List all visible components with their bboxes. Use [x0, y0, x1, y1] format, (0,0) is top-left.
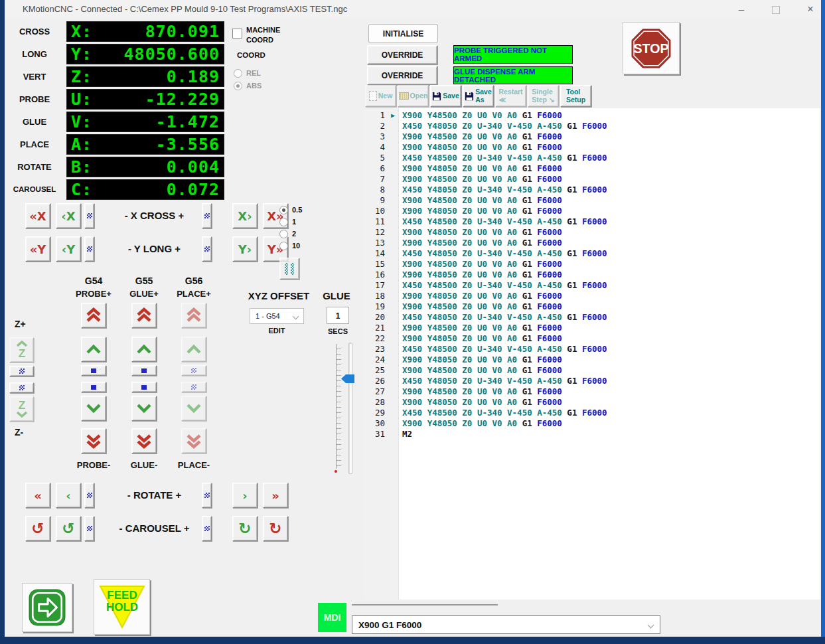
toolbar-open-button[interactable]: Open	[398, 85, 429, 107]
toolbar-restart-button[interactable]: Restart ≪	[495, 85, 526, 107]
gcode-line[interactable]: 9X900 Y48500 Z0 U0 V0 A0 G1 F6000	[364, 195, 820, 206]
gcode-line[interactable]: 29X450 Y48500 Z0 U-340 V-450 A-450 G1 F6…	[364, 408, 820, 418]
gcode-line[interactable]: 15X900 Y48500 Z0 U0 V0 A0 G1 F6000	[364, 259, 820, 270]
gcode-line[interactable]: 27X900 Y48500 Z0 U0 V0 A0 G1 F6000	[364, 386, 820, 397]
initialise-button[interactable]: INITIALISE	[368, 24, 438, 43]
maximize-button[interactable]	[761, 0, 790, 19]
gcode-line[interactable]: 17X450 Y48500 Z0 U-340 V-450 A-450 G1 F6…	[364, 280, 820, 291]
gcode-line[interactable]: 14X450 Y48050 Z0 U-340 V-450 A-450 G1 F6…	[364, 248, 820, 259]
gcode-line[interactable]: 20X450 Y48050 Z0 U-340 V-450 A-450 G1 F6…	[364, 312, 820, 323]
slider-track[interactable]	[348, 343, 352, 474]
jog-step-radio-2[interactable]: 2	[279, 228, 319, 240]
jog-rotate-minus-fast-button[interactable]: «	[25, 483, 50, 508]
gcode-line[interactable]: 11X450 Y48500 Z0 U-340 V-450 A-450 G1 F6…	[364, 216, 820, 227]
override-glue-button[interactable]: OVERRIDE	[367, 66, 437, 85]
override-probe-button[interactable]: OVERRIDE	[367, 45, 437, 64]
mdi-command-combo[interactable]: X900 G1 F6000	[352, 615, 660, 634]
gcode-line[interactable]: 18X900 Y48050 Z0 U0 V0 A0 G1 F6000	[364, 291, 820, 301]
toolbar-save-button[interactable]: Save As	[463, 85, 494, 107]
coord-rel-radio[interactable]: REL	[234, 67, 261, 79]
jog-z-down-button[interactable]: Z	[9, 396, 34, 422]
toolbar-new-button[interactable]: New	[365, 85, 396, 107]
jog-place-down-button[interactable]	[181, 396, 206, 421]
feed-hold-button[interactable]: FEED HOLD	[94, 579, 150, 635]
pause-button[interactable]	[279, 258, 299, 280]
minimize-button[interactable]: –	[727, 0, 756, 19]
jog-probe-up-fast-button[interactable]	[81, 303, 106, 328]
gcode-line[interactable]: 1▶X900 Y48500 Z0 U0 V0 A0 G1 F6000	[364, 110, 820, 121]
gcode-line[interactable]: 13X900 Y48500 Z0 U0 V0 A0 G1 F6000	[364, 238, 820, 248]
jog-glue-step-down-button[interactable]	[131, 382, 157, 392]
jog-carousel-minus-button[interactable]: ↺	[56, 516, 81, 541]
gcode-line[interactable]: 8X450 Y48050 Z0 U-340 V-450 A-450 G1 F60…	[364, 185, 820, 195]
gcode-line[interactable]: 7X900 Y48500 Z0 U0 V0 A0 G1 F6000	[364, 174, 820, 185]
jog-y-minus-button[interactable]: ‹Y	[56, 236, 81, 262]
jog-place-step-up-button[interactable]	[181, 365, 206, 376]
jog-carousel-minus-step-button[interactable]	[84, 516, 94, 541]
jog-rotate-plus-button[interactable]: ›	[232, 483, 258, 508]
gcode-line[interactable]: 19X900 Y48500 Z0 U0 V0 A0 G1 F6000	[364, 301, 820, 312]
close-button[interactable]: ×	[796, 0, 825, 19]
jog-glue-down-fast-button[interactable]	[131, 428, 157, 453]
gcode-line[interactable]: 23X450 Y48500 Z0 U-340 V-450 A-450 G1 F6…	[364, 344, 820, 355]
jog-glue-up-fast-button[interactable]	[131, 303, 157, 328]
jog-place-step-down-button[interactable]	[181, 382, 206, 392]
jog-z-step-up-button[interactable]	[9, 366, 34, 376]
gcode-line[interactable]: 4X900 Y48050 Z0 U0 V0 A0 G1 F6000	[364, 142, 820, 153]
cycle-start-button[interactable]	[22, 583, 72, 632]
jog-y-minus-step-button[interactable]	[84, 236, 94, 262]
jog-rotate-minus-button[interactable]: ‹	[56, 483, 81, 508]
jog-x-minus-step-button[interactable]	[84, 203, 94, 228]
jog-x-minus-fast-button[interactable]: «X	[25, 203, 50, 228]
gcode-line[interactable]: 3X900 Y48500 Z0 U0 V0 A0 G1 F6000	[364, 131, 820, 142]
machine-coord-checkbox[interactable]	[232, 29, 242, 39]
gcode-line[interactable]: 5X450 Y48500 Z0 U-340 V-450 A-450 G1 F60…	[364, 153, 820, 163]
jog-step-radio-10[interactable]: 10	[279, 240, 319, 252]
jog-probe-step-up-button[interactable]	[81, 365, 106, 376]
jog-y-plus-button[interactable]: Y›	[232, 236, 258, 262]
gcode-line[interactable]: 21X900 Y48500 Z0 U0 V0 A0 G1 F6000	[364, 323, 820, 333]
gcode-line[interactable]: 2X450 Y48050 Z0 U-340 V-450 A-450 G1 F60…	[364, 121, 820, 131]
jog-probe-step-down-button[interactable]	[81, 382, 106, 392]
jog-rotate-minus-step-button[interactable]	[84, 483, 94, 508]
coord-abs-radio[interactable]: ABS	[234, 80, 262, 92]
jog-probe-down-fast-button[interactable]	[81, 428, 106, 453]
gcode-line[interactable]: 26X450 Y48050 Z0 U-340 V-450 A-450 G1 F6…	[364, 376, 820, 386]
gcode-line[interactable]: 28X900 Y48050 Z0 U0 V0 A0 G1 F6000	[364, 397, 820, 408]
jog-y-minus-fast-button[interactable]: «Y	[25, 236, 50, 262]
gcode-editor[interactable]: 1▶X900 Y48500 Z0 U0 V0 A0 G1 F60002X450 …	[364, 108, 820, 600]
gcode-line[interactable]: 12X900 Y48050 Z0 U0 V0 A0 G1 F6000	[364, 227, 820, 238]
glue-slider[interactable]	[332, 340, 360, 477]
slider-thumb[interactable]	[341, 374, 354, 383]
gcode-line[interactable]: 25X900 Y48500 Z0 U0 V0 A0 G1 F6000	[364, 365, 820, 376]
glue-seconds-input[interactable]: 1	[327, 307, 349, 324]
jog-place-up-button[interactable]	[181, 337, 206, 362]
jog-step-radio-0_5[interactable]: 0.5	[279, 204, 319, 216]
jog-glue-step-up-button[interactable]	[131, 365, 157, 376]
jog-x-plus-button[interactable]: X›	[232, 203, 258, 228]
jog-probe-up-button[interactable]	[81, 337, 106, 362]
gcode-line[interactable]: 16X900 Y48050 Z0 U0 V0 A0 G1 F6000	[364, 270, 820, 280]
jog-carousel-plus-button[interactable]: ↻	[232, 516, 258, 541]
jog-glue-down-button[interactable]	[131, 396, 157, 421]
gcode-line[interactable]: 22X900 Y48050 Z0 U0 V0 A0 G1 F6000	[364, 333, 820, 344]
gcode-line[interactable]: 10X900 Y48050 Z0 U0 V0 A0 G1 F6000	[364, 206, 820, 216]
stop-button[interactable]: STOP	[623, 22, 680, 74]
jog-glue-up-button[interactable]	[131, 337, 157, 362]
jog-z-up-button[interactable]: Z	[9, 337, 34, 362]
jog-probe-down-button[interactable]	[81, 396, 106, 421]
jog-rotate-plus-fast-button[interactable]: »	[263, 483, 288, 508]
offset-select[interactable]: 1 - G54	[250, 308, 304, 324]
jog-place-up-fast-button[interactable]	[181, 303, 206, 328]
gcode-line[interactable]: 30X900 Y48050 Z0 U0 V0 A0 G1 F6000	[364, 418, 820, 429]
gcode-line[interactable]: 31M2	[364, 429, 820, 440]
jog-carousel-minus-fast-button[interactable]: ↺	[25, 516, 50, 541]
jog-carousel-plus-fast-button[interactable]: ↻	[263, 516, 288, 541]
gcode-line[interactable]: 24X900 Y48050 Z0 U0 V0 A0 G1 F6000	[364, 355, 820, 365]
jog-z-step-down-button[interactable]	[9, 382, 34, 393]
jog-step-radio-1[interactable]: 1	[279, 216, 319, 228]
gcode-line[interactable]: 6X900 Y48050 Z0 U0 V0 A0 G1 F6000	[364, 163, 820, 174]
toolbar-tool-button[interactable]: Tool Setup	[560, 85, 591, 107]
toolbar-single-button[interactable]: Single Step ↘	[528, 85, 559, 107]
jog-x-minus-button[interactable]: ‹X	[56, 203, 81, 228]
